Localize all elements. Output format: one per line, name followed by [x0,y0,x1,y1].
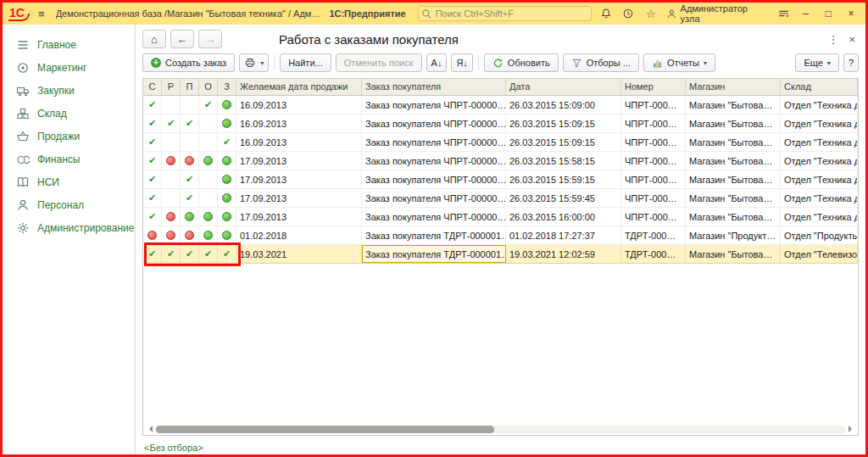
column-header-9[interactable]: Магазин [686,79,781,95]
column-header-3[interactable]: О [199,79,218,95]
column-header-4[interactable]: З [218,79,236,95]
cell-store[interactable]: Магазин "Бытова… [686,189,781,207]
cell-store[interactable]: Магазин "Бытова… [686,114,781,132]
cell-date-wanted[interactable]: 19.03.2021 [236,245,362,263]
cell-warehouse[interactable]: Отдел "Техника д… [781,114,858,132]
scrollbar-thumb[interactable] [156,426,494,433]
table-row[interactable]: 01.02.2018Заказ покупателя ТДРТ-000001…0… [143,226,858,245]
table-row[interactable]: ✔✔17.09.2013Заказ покупателя ЧПРТ-00000…… [143,170,858,189]
reports-button[interactable]: Отчеты ▾ [643,53,715,72]
form-menu-dots-icon[interactable]: ⋮ [827,33,838,46]
cell-warehouse[interactable]: Отдел "Техника д… [781,96,858,114]
minimize-button[interactable]: – [798,8,814,20]
cell-order[interactable]: Заказ покупателя ЧПРТ-00000… [362,133,506,151]
cell-warehouse[interactable]: Отдел "Телевизо… [781,245,858,263]
cell-date[interactable]: 19.03.2021 12:02:59 [506,245,621,263]
home-button[interactable]: ⌂ [142,30,166,48]
cell-number[interactable]: ТДРТ-000… [621,226,686,244]
cell-warehouse[interactable]: Отдел "Продукты… [781,226,858,244]
cell-store[interactable]: Магазин "Продукт… [686,226,781,244]
cell-number[interactable]: ЧПРТ-000… [621,133,686,151]
sidebar-item-marketing[interactable]: Маркетинг [3,56,135,79]
maximize-button[interactable]: □ [821,8,837,20]
cell-order[interactable]: Заказ покупателя ЧПРТ-00000… [362,170,506,188]
horizontal-scrollbar[interactable] [143,423,858,435]
refresh-button[interactable]: Обновить [484,53,559,72]
column-header-7[interactable]: Дата [506,79,621,95]
cell-date[interactable]: 26.03.2015 15:59:45 [506,189,621,207]
cell-order[interactable]: Заказ покупателя ЧПРТ-00000… [362,189,506,207]
cell-warehouse[interactable]: Отдел "Техника д… [781,170,858,188]
column-header-6[interactable]: Заказ покупателя [362,79,506,95]
cell-order[interactable]: Заказ покупателя ТДРТ-000001… [362,226,506,244]
cell-warehouse[interactable]: Отдел "Техника д… [781,133,858,151]
cell-number[interactable]: ЧПРТ-000… [621,152,686,170]
cell-order[interactable]: Заказ покупателя ЧПРТ-00000… [362,208,506,226]
column-header-8[interactable]: Номер [621,79,686,95]
cell-date-wanted[interactable]: 17.09.2013 [236,152,362,170]
sort-descending-button[interactable]: Я↓ [451,53,472,72]
cell-date[interactable]: 01.02.2018 17:27:37 [506,226,621,244]
cell-date-wanted[interactable]: 17.09.2013 [236,170,362,188]
print-button[interactable]: ▾ [239,53,269,72]
column-header-2[interactable]: П [181,79,199,95]
scrollbar-track[interactable] [155,426,846,433]
cell-order[interactable]: Заказ покупателя ЧПРТ-00000… [362,152,506,170]
cell-store[interactable]: Магазин "Бытова… [686,133,781,151]
column-header-5[interactable]: Желаемая дата продажи [236,79,362,95]
cell-date-wanted[interactable]: 01.02.2018 [236,226,362,244]
cell-date[interactable]: 26.03.2015 15:09:15 [506,114,621,132]
cell-number[interactable]: ЧПРТ-000… [621,208,686,226]
table-row[interactable]: ✔17.09.2013Заказ покупателя ЧПРТ-00000…2… [143,152,858,170]
cell-number[interactable]: ЧПРТ-000… [621,114,686,132]
cell-order[interactable]: Заказ покупателя ЧПРТ-00000… [362,96,506,114]
history-icon[interactable] [620,6,636,21]
sidebar-item-nsi[interactable]: НСИ [3,170,135,193]
table-row[interactable]: ✔✔✔16.09.2013Заказ покупателя ЧПРТ-00000… [143,114,858,133]
cell-store[interactable]: Магазин "Бытова… [686,170,781,188]
table-row[interactable]: ✔17.09.2013Заказ покупателя ЧПРТ-00000…2… [143,208,858,226]
help-button[interactable]: ? [843,53,859,72]
column-header-10[interactable]: Склад [781,79,858,95]
column-header-1[interactable]: Р [162,79,181,95]
cell-order[interactable]: Заказ покупателя ЧПРТ-00000… [362,114,506,132]
main-menu-icon[interactable]: ≡ [34,6,49,21]
cell-date-wanted[interactable]: 17.09.2013 [236,208,362,226]
back-button[interactable]: ← [170,30,194,48]
global-search-input[interactable] [418,6,592,21]
cell-number[interactable]: ЧПРТ-000… [621,189,686,207]
find-button[interactable]: Найти... [280,53,331,72]
sidebar-item-prodazhi[interactable]: Продажи [3,125,135,148]
sidebar-item-glavnoe[interactable]: Главное [3,33,135,56]
service-menu-icon[interactable] [776,6,791,21]
sidebar-item-finansy[interactable]: Финансы [3,148,135,170]
sidebar-item-sklad[interactable]: Склад [3,102,135,125]
current-user[interactable]: Администратор узла [666,3,768,24]
sidebar-item-administrirovanie[interactable]: Администрирование [3,216,135,239]
table-row-selected[interactable]: ✔✔✔✔✔19.03.2021Заказ покупателя ТДРТ-000… [143,245,858,264]
cell-store[interactable]: Магазин "Бытова… [686,245,781,263]
cell-store[interactable]: Магазин "Бытова… [686,152,781,170]
cell-date-wanted[interactable]: 17.09.2013 [236,189,362,207]
close-window-button[interactable]: × [843,8,859,20]
table-row[interactable]: ✔✔16.09.2013Заказ покупателя ЧПРТ-00000…… [143,133,858,152]
cell-number[interactable]: ЧПРТ-000… [621,96,686,114]
cell-date[interactable]: 26.03.2015 15:58:15 [506,152,621,170]
table-row[interactable]: ✔✔17.09.2013Заказ покупателя ЧПРТ-00000…… [143,189,858,208]
sidebar-item-personal[interactable]: Персонал [3,193,135,216]
filters-button[interactable]: Отборы ... [563,53,639,72]
cell-warehouse[interactable]: Отдел "Техника д… [781,189,858,207]
favorites-star-icon[interactable]: ☆ [643,6,659,21]
sidebar-item-zakupki[interactable]: Закупки [3,79,135,102]
close-form-icon[interactable]: × [849,33,855,46]
cell-date-wanted[interactable]: 16.09.2013 [236,133,362,151]
cell-date[interactable]: 26.03.2015 16:00:00 [506,208,621,226]
cell-store[interactable]: Магазин "Бытова… [686,96,781,114]
column-header-0[interactable]: С [143,79,162,95]
forward-button[interactable]: → [198,30,222,48]
cell-date[interactable]: 26.03.2015 15:09:00 [506,96,621,114]
filter-status[interactable]: <Без отбора> [144,443,203,453]
scroll-left-arrow-icon[interactable] [146,426,153,432]
cell-warehouse[interactable]: Отдел "Техника д… [781,208,858,226]
notifications-bell-icon[interactable] [598,6,614,21]
